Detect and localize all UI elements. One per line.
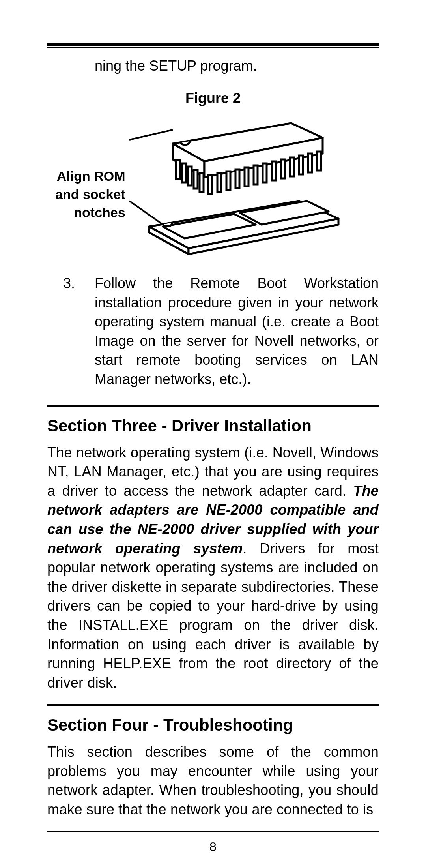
- section-4-heading: Section Four - Troubleshooting: [47, 716, 379, 735]
- svg-rect-12: [226, 171, 230, 190]
- figure-label-line1: Align ROM: [57, 169, 125, 184]
- svg-rect-15: [254, 165, 258, 184]
- svg-rect-17: [272, 161, 276, 180]
- continuation-text: ning the SETUP program.: [95, 58, 379, 74]
- section-divider: [47, 405, 379, 407]
- svg-rect-16: [263, 163, 267, 182]
- svg-rect-7: [188, 167, 192, 186]
- svg-rect-22: [317, 152, 321, 171]
- figure-label: Align ROM and socket notches: [55, 167, 125, 222]
- figure-label-line3: notches: [74, 205, 125, 220]
- svg-rect-9: [200, 173, 204, 192]
- svg-rect-11: [217, 173, 221, 192]
- step-text: Follow the Remote Boot Workstation insta…: [95, 274, 379, 389]
- step-number: 3.: [63, 274, 95, 389]
- section-3-heading: Section Three - Driver Installation: [47, 416, 379, 435]
- step-3: 3. Follow the Remote Boot Workstation in…: [47, 274, 379, 389]
- svg-line-0: [129, 130, 173, 140]
- svg-rect-19: [290, 157, 294, 176]
- svg-rect-10: [208, 175, 212, 194]
- page-number: 8: [209, 840, 217, 854]
- document-page: ning the SETUP program. Figure 2 Align R…: [47, 43, 379, 844]
- svg-rect-18: [281, 159, 285, 178]
- svg-rect-21: [308, 154, 312, 172]
- svg-rect-14: [245, 167, 248, 186]
- svg-line-1: [129, 201, 163, 225]
- section3-text-a: The network operating system (i.e. Novel…: [47, 444, 379, 499]
- svg-rect-6: [182, 163, 186, 182]
- section-4-paragraph: This section describes some of the commo…: [47, 742, 379, 819]
- section-3-paragraph: The network operating system (i.e. Novel…: [47, 443, 379, 693]
- rom-chip-diagram: [125, 116, 346, 258]
- figure-2: Align ROM and socket notches: [47, 116, 379, 258]
- svg-rect-13: [235, 169, 239, 188]
- svg-rect-8: [194, 170, 198, 189]
- svg-rect-5: [176, 160, 180, 179]
- figure-caption: Figure 2: [47, 90, 379, 107]
- section3-text-b: . Drivers for most popular network opera…: [47, 540, 379, 691]
- figure-label-line2: and socket: [55, 187, 125, 202]
- section-divider: [47, 704, 379, 706]
- page-footer: 8: [47, 831, 379, 854]
- svg-rect-20: [299, 156, 303, 174]
- top-rule: [47, 43, 379, 48]
- rom-socket-icon: [149, 201, 338, 254]
